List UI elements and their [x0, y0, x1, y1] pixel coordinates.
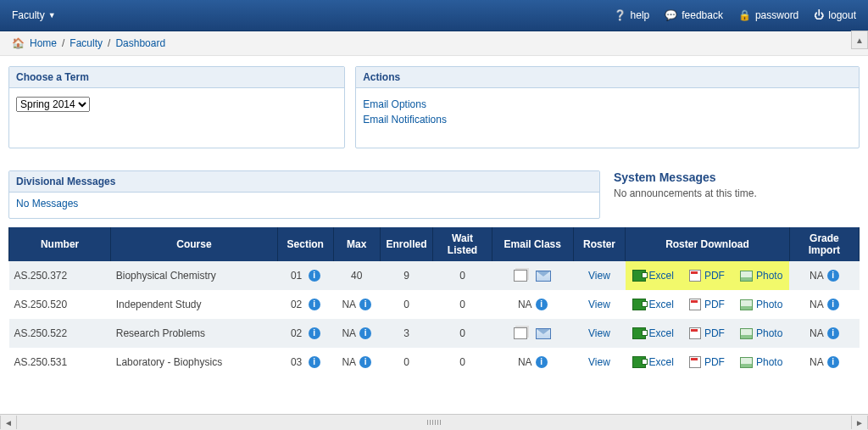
- th-section: Section: [277, 227, 333, 261]
- photo-link[interactable]: Photo: [738, 269, 784, 282]
- cell-wait: 0: [433, 290, 492, 319]
- pdf-link[interactable]: PDF: [687, 298, 726, 311]
- max-na: NA: [342, 299, 356, 310]
- cell-course: Laboratory - Biophysics: [111, 348, 277, 377]
- system-messages-title: System Messages: [614, 170, 860, 184]
- mail-icon[interactable]: [536, 328, 551, 339]
- feedback-link[interactable]: 💬feedback: [665, 9, 723, 21]
- excel-link[interactable]: Excel: [631, 355, 676, 369]
- speech-icon: 💬: [665, 9, 677, 21]
- courses-table: Number Course Section Max Enrolled Wait …: [8, 227, 860, 377]
- max-value: 40: [351, 270, 362, 282]
- logout-link[interactable]: ⏻logout: [814, 9, 856, 21]
- breadcrumb: 🏠 Home / Faculty / Dashboard: [0, 31, 868, 56]
- system-messages: System Messages No announcements at this…: [614, 170, 860, 199]
- info-icon[interactable]: i: [359, 356, 371, 368]
- no-messages-text[interactable]: No Messages: [16, 198, 78, 209]
- cell-roster-download: ExcelPDFPhoto: [626, 348, 790, 377]
- cell-max: NAi: [333, 290, 380, 319]
- excel-link[interactable]: Excel: [631, 327, 676, 340]
- cell-grade-import: NAi: [789, 261, 859, 290]
- crumb-home[interactable]: Home: [30, 37, 57, 49]
- pdf-icon: [689, 356, 701, 368]
- divisional-messages-title: Divisional Messages: [9, 171, 599, 193]
- info-icon[interactable]: i: [309, 299, 320, 310]
- info-icon[interactable]: i: [536, 356, 548, 368]
- copy-icon[interactable]: [514, 327, 527, 339]
- pdf-icon: [689, 270, 701, 282]
- pdf-link[interactable]: PDF: [687, 355, 726, 369]
- info-icon[interactable]: i: [309, 356, 320, 368]
- excel-icon: [632, 327, 646, 339]
- cell-course: Biophysical Chemistry: [111, 261, 277, 290]
- term-select[interactable]: Spring 2014: [16, 97, 90, 112]
- lock-icon: 🔒: [738, 9, 751, 21]
- info-icon[interactable]: i: [827, 327, 839, 339]
- table-row: AS.250.522Research Problems02 iNAi30View…: [9, 319, 860, 348]
- max-na: NA: [342, 327, 356, 339]
- help-link[interactable]: ❔help: [614, 9, 650, 21]
- faculty-menu[interactable]: Faculty ▼: [12, 9, 56, 21]
- info-icon[interactable]: i: [309, 270, 320, 282]
- info-icon[interactable]: i: [536, 299, 548, 310]
- feedback-label: feedback: [682, 9, 723, 21]
- cell-section: 03 i: [277, 348, 333, 377]
- photo-link[interactable]: Photo: [738, 298, 784, 311]
- mail-icon[interactable]: [536, 271, 551, 282]
- copy-icon[interactable]: [514, 270, 527, 282]
- divisional-messages-panel: Divisional Messages No Messages: [8, 170, 600, 219]
- crumb-faculty[interactable]: Faculty: [70, 37, 103, 49]
- cell-section: 02 i: [277, 319, 333, 348]
- system-messages-body: No announcements at this time.: [614, 187, 860, 199]
- info-icon[interactable]: i: [359, 327, 371, 339]
- email-options-link[interactable]: Email Options: [363, 97, 852, 112]
- th-max: Max: [333, 227, 380, 261]
- crumb-sep: /: [108, 37, 110, 49]
- cell-email: NAi: [492, 348, 573, 377]
- view-link[interactable]: View: [588, 327, 610, 339]
- th-wait: Wait Listed: [433, 227, 492, 261]
- cell-wait: 0: [433, 261, 492, 290]
- cell-roster: View: [573, 261, 625, 290]
- th-course: Course: [111, 227, 277, 261]
- email-notifications-link[interactable]: Email Notifications: [363, 112, 852, 127]
- cell-roster-download: ExcelPDFPhoto: [626, 319, 790, 348]
- pdf-link[interactable]: PDF: [687, 327, 726, 340]
- cell-max: NAi: [333, 319, 380, 348]
- vertical-scroll-up[interactable]: ▲: [851, 31, 868, 49]
- password-link[interactable]: 🔒password: [738, 9, 798, 21]
- choose-term-panel: Choose a Term Spring 2014: [8, 66, 345, 148]
- power-icon: ⏻: [814, 9, 824, 21]
- photo-link[interactable]: Photo: [738, 355, 784, 369]
- cell-grade-import: NAi: [789, 348, 859, 377]
- cell-wait: 0: [433, 348, 492, 377]
- th-roster: Roster: [573, 227, 625, 261]
- view-link[interactable]: View: [588, 270, 610, 282]
- info-icon[interactable]: i: [827, 299, 839, 310]
- photo-link[interactable]: Photo: [738, 327, 784, 340]
- content-area: Choose a Term Spring 2014 Actions Email …: [0, 56, 868, 380]
- help-icon: ❔: [614, 9, 626, 21]
- faculty-menu-label: Faculty: [12, 9, 45, 21]
- table-row: AS.250.520Independent Study02 iNAi00NAiV…: [9, 290, 860, 319]
- pdf-link[interactable]: PDF: [687, 269, 726, 282]
- excel-link[interactable]: Excel: [631, 269, 676, 282]
- cell-email: [492, 261, 573, 290]
- table-row: AS.250.531Laboratory - Biophysics03 iNAi…: [9, 348, 860, 377]
- info-icon[interactable]: i: [827, 356, 839, 368]
- caret-down-icon: ▼: [48, 11, 56, 20]
- view-link[interactable]: View: [588, 356, 610, 368]
- photo-icon: [740, 271, 753, 282]
- th-enrolled: Enrolled: [380, 227, 433, 261]
- info-icon[interactable]: i: [309, 327, 320, 339]
- crumb-sep: /: [62, 37, 64, 49]
- info-icon[interactable]: i: [359, 299, 371, 310]
- crumb-dashboard[interactable]: Dashboard: [115, 37, 165, 49]
- cell-roster: View: [573, 319, 625, 348]
- excel-link[interactable]: Excel: [631, 298, 676, 311]
- top-links: ❔help 💬feedback 🔒password ⏻logout: [614, 9, 856, 21]
- view-link[interactable]: View: [588, 299, 610, 310]
- photo-icon: [740, 328, 753, 339]
- info-icon[interactable]: i: [827, 270, 839, 282]
- top-bar: Faculty ▼ ❔help 💬feedback 🔒password ⏻log…: [0, 0, 868, 31]
